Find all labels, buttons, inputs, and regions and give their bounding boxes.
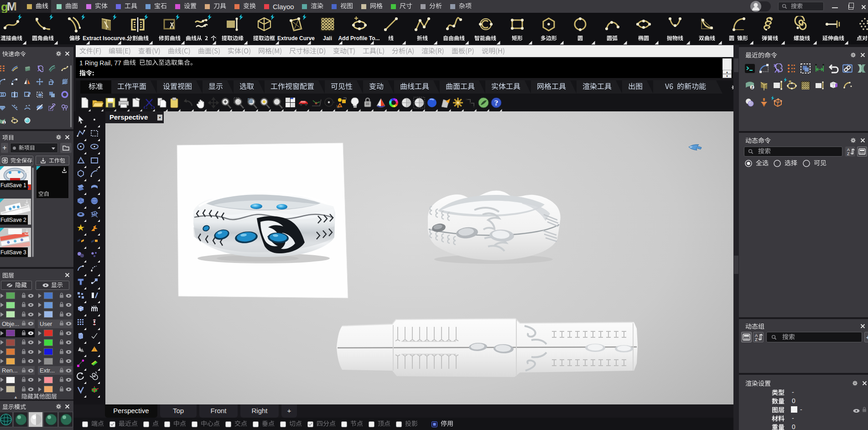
svg-text:2: 2	[751, 85, 753, 89]
svg-text:?: ?	[494, 99, 499, 107]
svg-text:Z: Z	[755, 337, 758, 342]
svg-text:1: 1	[3, 121, 5, 124]
svg-text:Z: Z	[847, 152, 850, 156]
